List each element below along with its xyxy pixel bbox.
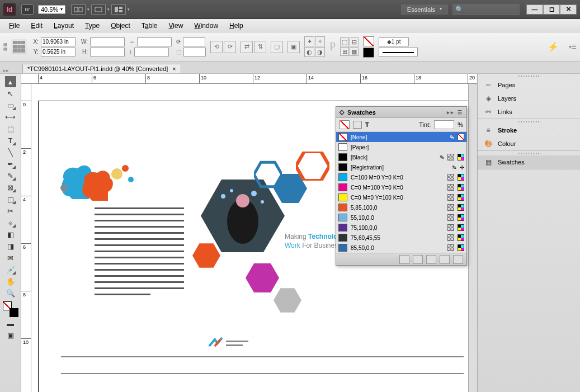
flip-v-icon[interactable]: ⇅ [254, 41, 266, 53]
swatches-floating-panel[interactable]: ◇ Swatches T Tint: % [None]✎[Paper][Blac… [336, 106, 467, 266]
panel-stroke[interactable]: ≡Stroke [478, 124, 580, 137]
swatch-row[interactable]: 85,50,0,0 [336, 243, 466, 253]
effects4-icon[interactable]: ◑ [315, 47, 325, 57]
align-icon[interactable]: ⬚ [340, 37, 349, 46]
direct-selection-tool[interactable]: ↖ [5, 88, 16, 99]
stroke-indicator[interactable] [363, 48, 374, 58]
swatch-row[interactable]: [Paper] [336, 142, 466, 152]
align2-icon[interactable]: ⊟ [350, 37, 359, 46]
swatches-panel-title[interactable]: ◇ Swatches [336, 107, 466, 118]
scale-x-input[interactable] [137, 37, 172, 46]
rotate-cw-icon[interactable]: ⟳ [224, 41, 236, 53]
align3-icon[interactable]: ⊞ [340, 47, 349, 56]
stroke-weight-input[interactable]: ◆ 1 pt [379, 37, 409, 46]
scissors-tool[interactable]: ✂ [5, 205, 16, 216]
effects-icon[interactable]: ✦ [304, 36, 314, 46]
menu-help[interactable]: Help [225, 21, 248, 31]
pencil-tool[interactable]: ✎ [5, 170, 16, 181]
h-input[interactable] [90, 48, 125, 56]
hand-tool[interactable]: ✋ [5, 276, 16, 287]
tint-input[interactable] [434, 120, 454, 129]
swatch-row[interactable]: C=0 M=100 Y=0 K=0 [336, 182, 466, 192]
fill-indicator[interactable] [363, 36, 374, 46]
rotate-input[interactable] [183, 37, 205, 46]
swatch-row[interactable]: [Black]✎ [336, 152, 466, 162]
close-button[interactable]: ✕ [560, 4, 577, 15]
scale-y-input[interactable] [134, 48, 169, 56]
zoom-tool[interactable]: 🔍 [5, 287, 16, 299]
y-input[interactable] [41, 48, 76, 56]
align4-icon[interactable]: ▦ [350, 47, 359, 56]
view-options-button[interactable] [91, 4, 106, 15]
rotate-ccw-icon[interactable]: ⟲ [210, 41, 223, 53]
gradient-swatch-tool[interactable]: ◧ [5, 229, 16, 240]
effects3-icon[interactable]: ◐ [304, 47, 314, 57]
stroke-style-dropdown[interactable] [379, 48, 418, 56]
swatch-row[interactable]: C=0 M=0 Y=100 K=0 [336, 192, 466, 202]
effects2-icon[interactable]: ✧ [315, 36, 325, 46]
document-tab[interactable]: *TC9980101-LAYOUT-PI1.indd @ 40% [Conver… [22, 64, 181, 73]
quick-apply-icon[interactable]: ⚡ [542, 41, 564, 52]
rectangle-tool[interactable]: ▢ [5, 193, 16, 205]
gradient-feather-tool[interactable]: ◨ [5, 240, 16, 252]
new-tint-icon[interactable] [426, 255, 436, 264]
container-icon[interactable]: ▢ [271, 41, 283, 53]
apply-color-icon[interactable]: ▬ [5, 318, 16, 329]
gap-tool[interactable]: ⟷ [5, 111, 16, 122]
close-tab-icon[interactable]: × [172, 65, 176, 72]
line-tool[interactable]: ╲ [5, 147, 16, 158]
eyedropper-tool[interactable]: 💉 [5, 264, 16, 275]
screen-mode-button[interactable] [71, 4, 86, 15]
menu-window[interactable]: Window [190, 21, 223, 31]
shear-input[interactable] [183, 48, 206, 56]
zoom-level-dropdown[interactable]: 40.5% [38, 5, 65, 14]
menu-type[interactable]: Type [81, 21, 104, 31]
swatch-row[interactable]: 55,10,0,0 [336, 212, 466, 223]
selection-tool[interactable]: ▴ [5, 76, 16, 87]
panel-layers[interactable]: ◈Layers [478, 92, 580, 105]
reference-point-grid[interactable] [12, 40, 26, 54]
search-input[interactable]: 🔍 [452, 4, 520, 15]
swatch-row[interactable]: [None]✎ [336, 132, 466, 142]
new-gradient-icon[interactable] [413, 255, 423, 264]
page-tool[interactable]: ▭ [5, 100, 16, 111]
menu-table[interactable]: Table [137, 21, 162, 31]
minimize-button[interactable]: — [526, 4, 543, 15]
panel-swatches[interactable]: ▦Swatches [478, 155, 580, 169]
vertical-scrollbar[interactable] [468, 84, 477, 392]
maximize-button[interactable]: ◻ [543, 4, 560, 15]
bridge-icon[interactable]: Br [21, 4, 34, 15]
free-transform-tool[interactable]: ⟐ [5, 217, 16, 228]
fill-stroke-swatch[interactable] [3, 301, 18, 317]
stroke-swatch-icon[interactable] [353, 121, 362, 129]
pen-tool[interactable]: ✒ [5, 158, 16, 169]
x-input[interactable] [41, 37, 76, 46]
screen-mode-icon[interactable]: ▣ [5, 329, 16, 341]
menu-edit[interactable]: Edit [26, 21, 47, 31]
swatch-row[interactable]: C=100 M=0 Y=0 K=0 [336, 172, 466, 182]
menu-object[interactable]: Object [106, 21, 135, 31]
swatch-row[interactable]: [Registration]✎✛ [336, 162, 466, 172]
new-mixed-icon[interactable] [440, 255, 450, 264]
menu-layout[interactable]: Layout [49, 21, 78, 31]
fill-swatch-icon[interactable] [339, 120, 350, 129]
swatch-row[interactable]: 75,100,0,0 [336, 223, 466, 233]
menu-view[interactable]: View [164, 21, 188, 31]
new-swatch-icon[interactable] [399, 255, 409, 264]
flip-h-icon[interactable]: ⇄ [241, 41, 253, 53]
rectangle-frame-tool[interactable]: ⊠ [5, 182, 16, 193]
panel-pages[interactable]: ▫▫Pages [478, 78, 580, 92]
note-tool[interactable]: ✉ [5, 252, 16, 263]
panel-colour[interactable]: 🎨Colour [478, 137, 580, 150]
content-icon[interactable]: ▣ [287, 41, 300, 53]
swatch-row[interactable]: 5,85,100,0 [336, 202, 466, 212]
content-collector-tool[interactable]: ⬚ [5, 123, 16, 134]
swatch-row[interactable]: 75,60,45,55 [336, 233, 466, 243]
panel-links[interactable]: ⚯Links [478, 105, 580, 119]
workspace-dropdown[interactable]: Essentials [401, 4, 448, 15]
arrange-documents-button[interactable] [111, 4, 126, 15]
menu-file[interactable]: File [4, 21, 24, 31]
type-tool[interactable]: T [5, 135, 16, 146]
w-input[interactable] [90, 37, 125, 46]
delete-swatch-icon[interactable] [453, 255, 463, 264]
